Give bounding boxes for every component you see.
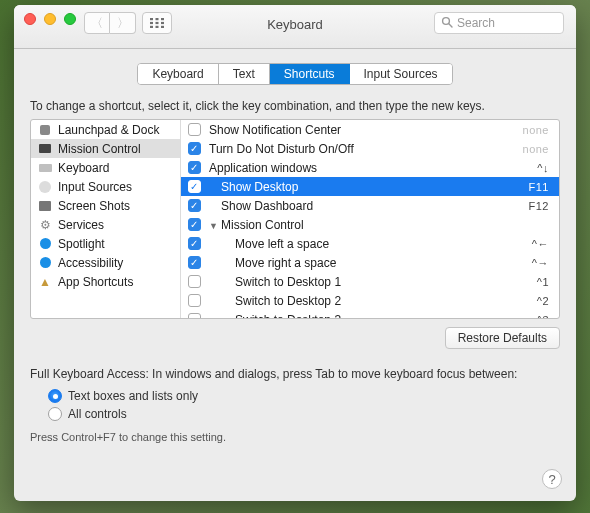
- shortcut-row[interactable]: Switch to Desktop 3^3: [181, 310, 559, 318]
- category-list[interactable]: Launchpad & DockMission ControlKeyboardI…: [31, 120, 181, 318]
- category-label: Input Sources: [58, 180, 132, 194]
- shortcut-label: Turn Do Not Disturb On/Off: [207, 142, 501, 156]
- search-icon: [441, 16, 453, 31]
- back-button[interactable]: 〈: [84, 12, 110, 34]
- svg-rect-6: [150, 26, 153, 28]
- shortcut-key[interactable]: ^1: [501, 276, 549, 288]
- tab-text[interactable]: Text: [219, 64, 270, 84]
- shortcut-row[interactable]: Switch to Desktop 2^2: [181, 291, 559, 310]
- spotlight-icon: [38, 237, 52, 251]
- category-launchpad-dock[interactable]: Launchpad & Dock: [31, 120, 180, 139]
- fka-hint: Press Control+F7 to change this setting.: [30, 431, 560, 443]
- restore-defaults-button[interactable]: Restore Defaults: [445, 327, 560, 349]
- tab-keyboard[interactable]: Keyboard: [138, 64, 218, 84]
- preferences-window: 〈 〉 Keyboard KeyboardTextShortcutsInput …: [14, 5, 576, 501]
- show-all-button[interactable]: [142, 12, 172, 34]
- enable-checkbox[interactable]: ✓: [188, 199, 201, 212]
- shortcut-label: Switch to Desktop 3: [207, 313, 501, 319]
- svg-rect-5: [161, 22, 164, 24]
- radio-button[interactable]: [48, 407, 62, 421]
- help-button[interactable]: ?: [542, 469, 562, 489]
- category-label: Accessibility: [58, 256, 123, 270]
- zoom-button[interactable]: [64, 13, 76, 25]
- category-screen-shots[interactable]: Screen Shots: [31, 196, 180, 215]
- radio-label: Text boxes and lists only: [68, 389, 198, 403]
- shortcut-row[interactable]: ✓Application windows^↓: [181, 158, 559, 177]
- enable-checkbox[interactable]: ✓: [188, 142, 201, 155]
- shortcut-label: Show Dashboard: [207, 199, 501, 213]
- keyboard-icon: [38, 161, 52, 175]
- radio-button[interactable]: [48, 389, 62, 403]
- content-area: KeyboardTextShortcutsInput Sources To ch…: [14, 49, 576, 501]
- shortcut-row[interactable]: ✓▼Mission Control: [181, 215, 559, 234]
- shortcut-label: Show Desktop: [207, 180, 501, 194]
- shortcut-label: Switch to Desktop 1: [207, 275, 501, 289]
- app-shortcuts-icon: ▲: [38, 275, 52, 289]
- enable-checkbox[interactable]: [188, 123, 201, 136]
- tab-shortcuts[interactable]: Shortcuts: [270, 64, 350, 84]
- category-mission-control[interactable]: Mission Control: [31, 139, 180, 158]
- tab-input-sources[interactable]: Input Sources: [350, 64, 452, 84]
- svg-rect-0: [150, 18, 153, 20]
- fka-radio-group: Text boxes and lists onlyAll controls: [48, 387, 560, 423]
- shortcut-key[interactable]: ^→: [501, 257, 549, 269]
- shortcut-row[interactable]: ✓Move left a space^←: [181, 234, 559, 253]
- svg-rect-2: [161, 18, 164, 20]
- category-accessibility[interactable]: Accessibility: [31, 253, 180, 272]
- svg-rect-4: [156, 22, 159, 24]
- shortcut-row[interactable]: ✓Show DesktopF11: [181, 177, 559, 196]
- svg-rect-1: [156, 18, 159, 20]
- screenshot-icon: [38, 199, 52, 213]
- category-keyboard[interactable]: Keyboard: [31, 158, 180, 177]
- shortcut-row[interactable]: ✓Turn Do Not Disturb On/Offnone: [181, 139, 559, 158]
- globe-icon: [38, 180, 52, 194]
- fka-option[interactable]: All controls: [48, 405, 560, 423]
- instruction-text: To change a shortcut, select it, click t…: [30, 99, 560, 113]
- shortcut-key[interactable]: ^↓: [501, 162, 549, 174]
- svg-rect-8: [161, 26, 164, 28]
- svg-line-10: [449, 23, 452, 26]
- category-spotlight[interactable]: Spotlight: [31, 234, 180, 253]
- enable-checkbox[interactable]: ✓: [188, 256, 201, 269]
- category-label: Launchpad & Dock: [58, 123, 159, 137]
- search-field[interactable]: [434, 12, 564, 34]
- search-input[interactable]: [457, 16, 557, 30]
- category-label: Keyboard: [58, 161, 109, 175]
- shortcut-row[interactable]: ✓Show DashboardF12: [181, 196, 559, 215]
- shortcut-list[interactable]: Show Notification Centernone✓Turn Do Not…: [181, 120, 559, 318]
- shortcut-label: Application windows: [207, 161, 501, 175]
- enable-checkbox[interactable]: ✓: [188, 237, 201, 250]
- disclosure-triangle-icon[interactable]: ▼: [209, 221, 219, 231]
- chevron-right-icon: 〉: [117, 15, 129, 32]
- category-services[interactable]: ⚙Services: [31, 215, 180, 234]
- category-label: App Shortcuts: [58, 275, 133, 289]
- enable-checkbox[interactable]: ✓: [188, 218, 201, 231]
- shortcut-row[interactable]: Show Notification Centernone: [181, 120, 559, 139]
- shortcut-key[interactable]: ^3: [501, 314, 549, 319]
- enable-checkbox[interactable]: [188, 313, 201, 318]
- category-input-sources[interactable]: Input Sources: [31, 177, 180, 196]
- shortcut-key[interactable]: F12: [501, 200, 549, 212]
- enable-checkbox[interactable]: ✓: [188, 161, 201, 174]
- svg-rect-3: [150, 22, 153, 24]
- shortcut-key[interactable]: F11: [501, 181, 549, 193]
- shortcut-key[interactable]: ^←: [501, 238, 549, 250]
- enable-checkbox[interactable]: [188, 294, 201, 307]
- radio-label: All controls: [68, 407, 127, 421]
- shortcut-label: Show Notification Center: [207, 123, 501, 137]
- accessibility-icon: [38, 256, 52, 270]
- category-app-shortcuts[interactable]: ▲App Shortcuts: [31, 272, 180, 291]
- shortcut-key[interactable]: ^2: [501, 295, 549, 307]
- close-button[interactable]: [24, 13, 36, 25]
- shortcut-key[interactable]: none: [501, 124, 549, 136]
- minimize-button[interactable]: [44, 13, 56, 25]
- svg-rect-7: [156, 26, 159, 28]
- shortcut-key[interactable]: none: [501, 143, 549, 155]
- shortcut-row[interactable]: Switch to Desktop 1^1: [181, 272, 559, 291]
- enable-checkbox[interactable]: ✓: [188, 180, 201, 193]
- gear-icon: ⚙: [38, 218, 52, 232]
- enable-checkbox[interactable]: [188, 275, 201, 288]
- fka-option[interactable]: Text boxes and lists only: [48, 387, 560, 405]
- shortcut-row[interactable]: ✓Move right a space^→: [181, 253, 559, 272]
- forward-button[interactable]: 〉: [110, 12, 136, 34]
